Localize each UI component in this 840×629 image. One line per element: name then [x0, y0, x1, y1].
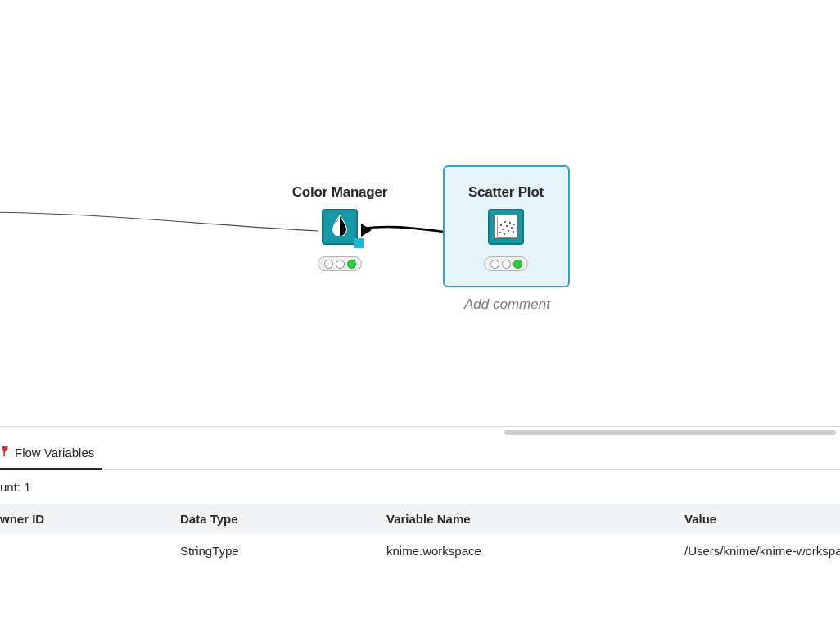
status-dot-red	[324, 260, 333, 269]
cell-value: /Users/knime/knime-workspace	[684, 544, 840, 558]
node-scatter-plot[interactable]: Scatter Plot	[445, 184, 567, 271]
tab-label: Flow Variables	[15, 446, 94, 459]
cell-data-type: StringType	[180, 544, 386, 558]
node-tile[interactable]	[488, 209, 524, 245]
status-dot-red	[490, 260, 499, 269]
scrollbar-thumb[interactable]	[504, 430, 836, 435]
col-data-type[interactable]: Data Type	[180, 512, 386, 526]
node-status-traffic-light	[484, 256, 528, 271]
table-row[interactable]: StringType knime.workspace /Users/knime/…	[0, 534, 840, 568]
status-dot-yellow	[336, 260, 345, 269]
flow-variable-icon	[0, 446, 10, 459]
row-count-label: unt: 1	[0, 470, 840, 504]
col-value[interactable]: Value	[684, 512, 840, 526]
status-dot-green	[347, 260, 356, 269]
flow-variables-panel: Flow Variables unt: 1 wner ID Data Type …	[0, 437, 840, 629]
tab-flow-variables[interactable]: Flow Variables	[0, 437, 102, 470]
status-dot-green	[513, 260, 522, 269]
col-variable-name[interactable]: Variable Name	[386, 512, 684, 526]
droplet-icon	[329, 215, 350, 239]
workflow-canvas[interactable]: Color Manager Scatter Plot	[0, 0, 840, 426]
col-owner-id[interactable]: wner ID	[0, 512, 180, 526]
cell-variable-name: knime.workspace	[386, 544, 684, 558]
add-comment-hint[interactable]: Add comment	[464, 296, 550, 313]
canvas-horizontal-scrollbar[interactable]	[0, 428, 840, 436]
panel-tab-row: Flow Variables	[0, 437, 840, 470]
color-output-port	[354, 238, 364, 248]
node-color-manager[interactable]: Color Manager	[278, 184, 401, 271]
panel-divider	[0, 426, 840, 427]
node-title: Color Manager	[292, 184, 387, 201]
node-status-traffic-light	[318, 256, 362, 271]
node-title: Scatter Plot	[468, 184, 544, 201]
cell-owner-id	[0, 544, 180, 558]
scatter-plot-icon	[494, 215, 518, 239]
table-header: wner ID Data Type Variable Name Value	[0, 504, 840, 534]
status-dot-yellow	[502, 260, 511, 269]
node-tile[interactable]	[322, 209, 358, 245]
workflow-edges	[0, 0, 840, 426]
